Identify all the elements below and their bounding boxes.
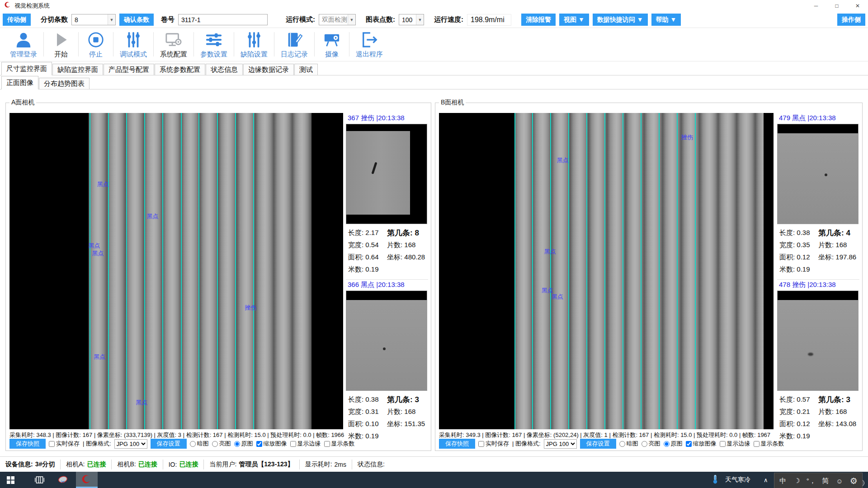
clear-alarm-button[interactable]: 清除报警 — [521, 14, 556, 26]
toolbar-defect-settings-button[interactable]: 缺陷设置 — [234, 28, 274, 59]
help-menu-button[interactable]: 帮助 ▼ — [651, 14, 681, 26]
toolbar-button-label: 缺陷设置 — [241, 50, 268, 59]
toolbar-button-label: 参数设置 — [200, 50, 227, 59]
zoom-image-checkbox[interactable]: 缩放图像 — [686, 440, 717, 448]
dark-image-label: 暗图 — [197, 440, 209, 448]
camera-a-label: 相机A: — [66, 460, 85, 469]
ime-mode-toggle[interactable]: 中 — [776, 477, 790, 485]
bright-image-radio[interactable]: 亮图 — [642, 440, 660, 448]
current-user-value: 管理员【123-123】 — [239, 460, 293, 469]
sub-tab-0[interactable]: 正面图像 — [1, 76, 38, 89]
defect-mark — [383, 347, 386, 350]
strip-count-select[interactable]: 8 ▼ — [71, 14, 116, 25]
operator-side-button[interactable]: 操作侧 — [837, 14, 865, 26]
main-tab-3[interactable]: 系统参数配置 — [155, 64, 205, 75]
toolbar-start-button[interactable]: 开始 — [44, 28, 78, 59]
chevron-down-icon: ▼ — [108, 14, 115, 25]
monitor-gear-icon — [165, 31, 183, 49]
ime-emoji-icon[interactable]: ☺ — [832, 477, 846, 485]
main-tab-1[interactable]: 缺陷监控界面 — [52, 64, 103, 75]
start-button[interactable] — [0, 472, 21, 488]
zoom-image-checkbox[interactable]: 缩放图像 — [256, 440, 287, 448]
run-mode-select[interactable]: 双面检测 ▼ — [319, 14, 356, 25]
show-edge-checkbox[interactable]: 显示边缘 — [290, 440, 321, 448]
tray-chevron-up-icon[interactable]: ∧ — [764, 477, 768, 483]
defect-marker-label: 黑点 — [136, 399, 147, 407]
chart-points-select[interactable]: 100 ▼ — [399, 14, 424, 25]
device-info-label: 设备信息: — [5, 460, 33, 469]
save-settings-button[interactable]: 保存设置 — [580, 439, 616, 449]
confirm-strips-button[interactable]: 确认条数 — [119, 14, 154, 26]
camera-image-b: 挫伤黑点黑点黑点黑点 — [439, 113, 774, 429]
original-image-radio[interactable]: 原图 — [234, 440, 253, 448]
inspection-app-taskbar-button[interactable] — [76, 472, 98, 488]
show-strip-count-checkbox[interactable]: 显示条数 — [754, 440, 784, 448]
defect-record: 479 黑点 |20:13:38长度: 0.38第几条: 4宽度: 0.35片数… — [777, 113, 859, 276]
realtime-save-checkbox[interactable]: 实时保存 — [478, 440, 509, 448]
ime-simplified-toggle[interactable]: 简 — [818, 477, 832, 485]
panel-a-status-line: 采集耗时: 348.3 | 图像计数: 167 | 像素坐标: (333,713… — [9, 431, 345, 439]
cut-position-line — [162, 113, 163, 429]
sub-tab-1[interactable]: 分布趋势图表 — [39, 78, 90, 89]
toolbar-log-record-button[interactable]: 日志记录 — [274, 28, 314, 59]
zoom-image-label: 缩放图像 — [693, 440, 717, 448]
defect-record-header: 478 挫伤 |20:13:38 — [777, 280, 859, 291]
realtime-save-checkbox[interactable]: 实时保存 — [49, 440, 80, 448]
main-tab-6[interactable]: 测试 — [294, 64, 318, 75]
toolbar-button-label: 调试模式 — [120, 50, 147, 59]
image-format-select[interactable]: JPG 100 — [544, 439, 577, 449]
toolbar-system-config-button[interactable]: 系统配置 — [154, 28, 193, 59]
close-button[interactable]: ✕ — [847, 0, 868, 12]
dark-image-radio[interactable]: 暗图 — [190, 440, 209, 448]
cut-position-line — [550, 113, 551, 429]
save-snapshot-button[interactable]: 保存快照 — [9, 439, 46, 449]
main-tab-2[interactable]: 产品型号配置 — [104, 64, 154, 75]
drive-side-button[interactable]: 传动侧 — [3, 14, 31, 26]
view-menu-button[interactable]: 视图 ▼ — [559, 14, 589, 26]
maximize-button[interactable]: □ — [826, 0, 847, 12]
ime-shape-toggle-icon[interactable]: ☽ — [790, 477, 804, 485]
toolbar-button-label: 摄像 — [325, 50, 339, 59]
show-edge-checkbox[interactable]: 显示边缘 — [720, 440, 750, 448]
cut-position-line — [217, 113, 218, 429]
image-format-select[interactable]: JPG 100 — [114, 439, 147, 449]
defect-field: 第几条: 3 — [818, 394, 850, 405]
toolbar-debug-mode-button[interactable]: 调试模式 — [113, 28, 153, 59]
defect-field: 面积: 0.64 — [348, 253, 387, 262]
toolbar-button-label: 停止 — [89, 50, 103, 59]
ime-settings-gear-icon[interactable]: ⚙ — [847, 476, 861, 486]
toolbar-stop-button[interactable]: 停止 — [79, 28, 113, 59]
main-tab-5[interactable]: 边缘数据记录 — [243, 64, 294, 75]
realtime-save-label: 实时保存 — [486, 440, 509, 448]
original-image-radio[interactable]: 原图 — [664, 440, 683, 448]
task-view-button[interactable] — [29, 472, 50, 488]
save-snapshot-button[interactable]: 保存快照 — [439, 439, 475, 449]
weather-status[interactable]: 天气寒冷 — [725, 476, 750, 484]
main-tab-0[interactable]: 尺寸监控界面 — [1, 62, 52, 75]
toolbar-capture-button[interactable]: 摄像 — [315, 28, 349, 59]
roll-number-input[interactable] — [178, 14, 268, 25]
toolbar-param-settings-button[interactable]: 参数设置 — [194, 28, 234, 59]
show-strip-count-checkbox[interactable]: 显示条数 — [324, 440, 355, 448]
defect-field: 片数: 168 — [387, 408, 415, 416]
save-settings-button[interactable]: 保存设置 — [151, 439, 187, 449]
dark-image-radio[interactable]: 暗图 — [619, 440, 638, 448]
bright-image-radio[interactable]: 亮图 — [212, 440, 231, 448]
window-title: 视觉检测系统 — [14, 2, 50, 10]
display-time-value: 2ms — [335, 461, 346, 468]
cut-position-line — [695, 113, 696, 429]
defect-marker-label: 黑点 — [552, 293, 563, 301]
thermometer-icon[interactable] — [712, 474, 718, 486]
minimize-button[interactable]: ─ — [806, 0, 826, 12]
cut-position-line — [108, 113, 109, 429]
ime-punctuation-toggle-icon[interactable]: °， — [804, 477, 818, 485]
snip-tool-button[interactable]: ✂ — [52, 472, 73, 488]
main-tab-4[interactable]: 状态信息 — [206, 64, 243, 75]
toolbar-exit-program-button[interactable]: 退出程序 — [349, 28, 389, 59]
stop-icon — [87, 31, 104, 49]
camera-panel-b: B面相机 挫伤黑点黑点黑点黑点 479 黑点 |20:13:38长度: 0.38… — [435, 103, 863, 451]
camera-panel-a: A面相机 黑点黑点黑点黑点挫伤黑点黑点 367 挫伤 |20:13:38长度: … — [5, 103, 431, 451]
toolbar-admin-login-button[interactable]: 管理登录 — [4, 28, 43, 59]
quick-access-menu-button[interactable]: 数据快捷访问 ▼ — [593, 14, 648, 26]
realtime-save-label: 实时保存 — [56, 440, 80, 448]
